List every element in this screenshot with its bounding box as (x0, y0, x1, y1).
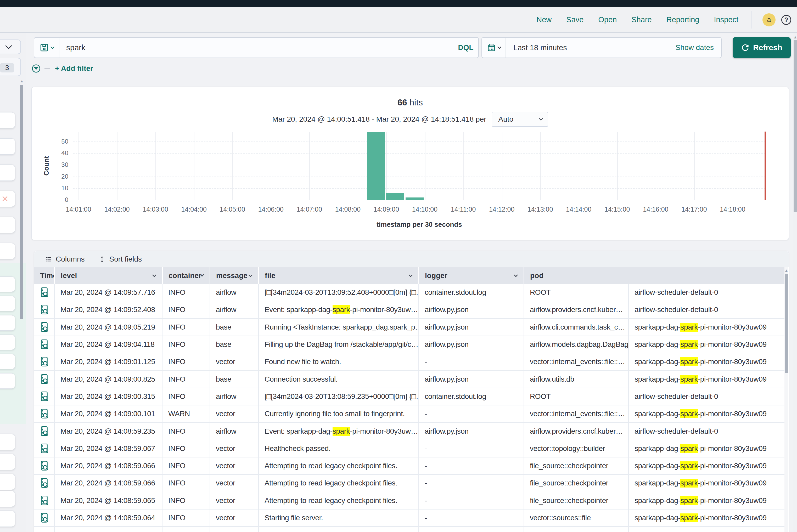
cell-message: Event: sparkapp-dag-spark-pi-monitor-80y… (258, 301, 419, 318)
column-header-logger[interactable]: logger (419, 267, 523, 284)
cell-container: airflow (209, 388, 258, 405)
cell-container: airflow (209, 423, 258, 439)
field-card[interactable] (0, 277, 15, 292)
field-card[interactable] (0, 373, 15, 389)
chart-gridline-vertical (309, 132, 310, 200)
query-language-button[interactable]: DQL (453, 38, 478, 58)
cell-pod: sparkapp-dag-spark-pi-monitor-80y3uw09 (628, 440, 784, 457)
cell-pod: sparkapp-dag-spark-pi-monitor-80y3uw09 (628, 405, 784, 422)
page-scrollbar[interactable]: ▲ (793, 33, 797, 532)
column-header-label: file (265, 271, 275, 280)
remove-field-icon[interactable] (1, 195, 9, 203)
cell-logger: airflow.providers.cncf.kuber… (523, 423, 628, 439)
nav-inspect[interactable]: Inspect (714, 15, 739, 24)
field-card[interactable] (0, 454, 15, 470)
field-card[interactable] (0, 354, 15, 369)
field-card[interactable] (0, 243, 15, 259)
expand-document-button[interactable] (34, 492, 54, 509)
interval-select[interactable]: Auto (492, 112, 548, 127)
expand-document-button[interactable] (34, 301, 54, 318)
expand-document-button[interactable] (34, 284, 54, 301)
scrollbar-thumb[interactable] (794, 40, 797, 212)
highlighted-term: spark (680, 375, 698, 384)
column-header-message[interactable]: message (209, 267, 258, 284)
nav-open[interactable]: Open (598, 15, 617, 24)
avatar[interactable]: a (762, 13, 776, 26)
scrollbar-thumb[interactable] (785, 274, 788, 373)
sort-fields-button[interactable]: Sort fields (99, 255, 142, 263)
field-card[interactable] (0, 191, 15, 207)
expand-document-button[interactable] (34, 510, 54, 526)
column-header-file[interactable]: file (258, 267, 419, 284)
cell-file: - (419, 440, 523, 457)
x-axis-tick: 14:16:00 (639, 206, 673, 213)
expand-document-button[interactable] (34, 336, 54, 353)
expand-document-button[interactable] (34, 475, 54, 492)
list-icon (45, 255, 52, 263)
scrollbar-thumb[interactable] (20, 85, 23, 319)
field-card[interactable] (0, 112, 15, 129)
column-header-pod[interactable]: pod (523, 267, 628, 284)
histogram-bar[interactable] (367, 132, 385, 200)
column-header-container[interactable]: container (162, 267, 209, 284)
field-card[interactable] (0, 335, 15, 350)
cell-empty (258, 527, 419, 532)
cell-container: vector (209, 510, 258, 526)
nav-new[interactable]: New (536, 15, 552, 24)
add-filter-button[interactable]: + Add filter (55, 64, 93, 73)
table-body: Mar 20, 2024 @ 14:09:57.716INFOairflow[□… (34, 284, 784, 532)
field-card[interactable] (0, 315, 15, 330)
show-dates-button[interactable]: Show dates (675, 43, 721, 52)
time-range-value[interactable]: Last 18 minutes (506, 43, 675, 52)
expand-document-button[interactable] (34, 388, 54, 405)
cell-container: base (209, 370, 258, 387)
field-card[interactable] (0, 138, 15, 155)
column-header-time[interactable]: Time (timestamp) (34, 267, 54, 284)
nav-share[interactable]: Share (631, 15, 651, 24)
highlighted-term: spark (680, 340, 698, 349)
sidebar-scrollbar[interactable]: ▲ (20, 79, 23, 83)
expand-document-button[interactable] (34, 405, 54, 422)
expand-document-button[interactable] (34, 457, 54, 474)
columns-button[interactable]: Columns (45, 255, 85, 263)
field-card[interactable] (0, 165, 15, 181)
expand-document-button[interactable] (34, 423, 54, 439)
cell-empty (34, 527, 54, 532)
column-header-level[interactable]: level (54, 267, 162, 284)
table-row: Mar 20, 2024 @ 14:09:04.118INFObaseFilli… (34, 336, 784, 353)
table-scrollbar[interactable]: ▲ (784, 267, 788, 532)
sidebar-collapse-button[interactable] (0, 39, 21, 54)
search-input[interactable] (59, 38, 453, 58)
field-card[interactable] (0, 474, 15, 490)
field-card[interactable] (0, 511, 15, 527)
cell-logger: airflow.utils.db (523, 370, 628, 387)
refresh-button[interactable]: Refresh (733, 37, 791, 58)
expand-document-button[interactable] (34, 319, 54, 336)
field-card[interactable] (0, 217, 15, 233)
nav-save[interactable]: Save (566, 15, 583, 24)
field-card[interactable] (0, 491, 15, 507)
histogram-bar[interactable] (386, 193, 404, 200)
filter-icon[interactable] (32, 64, 41, 73)
help-icon[interactable]: ? (781, 15, 791, 25)
field-card[interactable] (0, 434, 15, 450)
calendar-button[interactable] (482, 38, 506, 58)
scroll-up-icon[interactable]: ▲ (784, 268, 788, 272)
scroll-up-icon[interactable]: ▲ (20, 79, 23, 83)
x-axis-tick: 14:08:00 (331, 206, 365, 213)
saved-query-button[interactable] (34, 38, 59, 58)
chevron-down-icon (5, 42, 12, 49)
inspect-document-icon (40, 374, 49, 385)
nav-divider (751, 11, 752, 28)
expand-document-button[interactable] (34, 353, 54, 370)
nav-reporting[interactable]: Reporting (666, 15, 699, 24)
expand-document-button[interactable] (34, 370, 54, 387)
cell-logger: airflow.cli.commands.task_c… (523, 319, 628, 336)
sort-arrows-icon (99, 256, 106, 263)
scroll-up-icon[interactable]: ▲ (793, 35, 797, 39)
expand-document-button[interactable] (34, 440, 54, 457)
field-card[interactable] (0, 296, 15, 311)
chart-gridline-vertical (656, 132, 656, 200)
highlighted-term: spark (680, 323, 698, 331)
histogram-bar[interactable] (406, 197, 424, 200)
